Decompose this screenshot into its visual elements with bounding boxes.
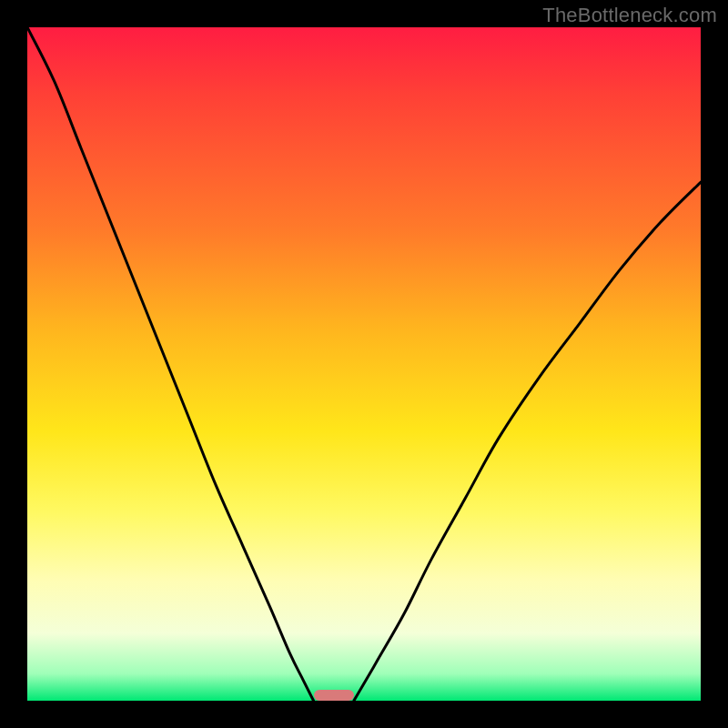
curve-canvas (27, 27, 701, 701)
min-marker (314, 690, 354, 701)
watermark-text: TheBottleneck.com (542, 4, 717, 27)
plot-area (27, 27, 701, 701)
curve-left-branch (27, 27, 314, 701)
curve-right-branch (354, 182, 701, 701)
chart-frame: TheBottleneck.com (0, 0, 728, 728)
